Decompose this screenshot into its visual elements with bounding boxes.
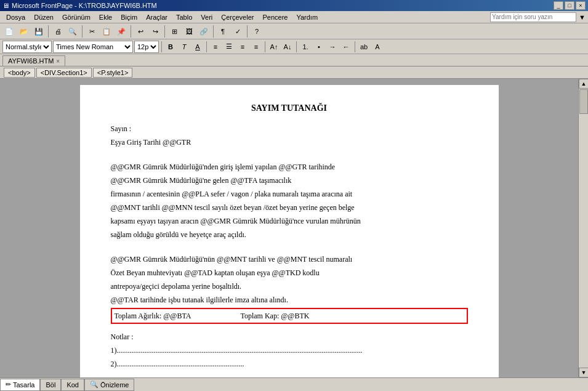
close-button[interactable]: × [576,1,586,10]
line-gmr10: @@TAR tarihinde işbu tutanak ilgililerle… [111,294,468,305]
doc-tab-close-button[interactable]: × [56,58,60,65]
outdent-button[interactable]: ← [340,41,352,53]
align-left-button[interactable]: ≡ [209,41,222,53]
line-gmr7: @@GMR Gümrük Müdürlüğü'nün @@MNT tarihli… [111,254,468,265]
menu-cerceveler[interactable]: Çerçeveler [217,12,257,22]
toolbar-sep-3 [131,25,131,38]
menu-araclar[interactable]: Araçlar [142,12,171,22]
format-bar: Normal.style Times New Roman 12pt B T A … [0,39,588,54]
font-size-up-button[interactable]: A↑ [268,41,280,53]
scroll-down-button[interactable]: ▼ [579,368,588,377]
format-sep-4 [296,41,297,52]
maximize-button[interactable]: □ [565,1,574,10]
table-button[interactable]: ⊞ [167,25,181,38]
align-right-button[interactable]: ≡ [236,41,249,53]
scroll-track [579,89,588,368]
breadcrumb-p[interactable]: <P.style1> [93,68,133,78]
page-body: Sayın : Eşya Giriş Tarihi @@GTR @@GMR Gü… [111,123,468,369]
tab-onizleme[interactable]: 🔍 Önizleme [84,379,134,391]
bold-button[interactable]: B [164,41,177,53]
scroll-up-button[interactable]: ▲ [579,79,588,89]
new-button[interactable]: 📄 [2,25,16,38]
doc-tab-area: AYFWI6B.HTM × [0,54,588,67]
copy-button[interactable]: 📋 [100,25,113,38]
font-size-down-button[interactable]: A↓ [281,41,294,53]
tab-bol[interactable]: Böl [40,379,61,391]
notes-label: Notlar : [111,331,468,342]
toolbar-sep-4 [164,25,165,38]
print-button[interactable]: 🖨 [51,25,65,38]
align-justify-button[interactable]: ≡ [250,41,262,53]
document-title: SAYIM TUTANAĞI [111,103,468,113]
cut-button[interactable]: ✂ [85,25,99,38]
line-gmr4: @@MNT tarihli @@MNN tescil sayılı özet b… [111,202,468,213]
tab-kod[interactable]: Kod [61,379,84,391]
format-sep-1 [161,41,162,52]
help-input[interactable] [490,12,576,22]
line-gmr6: sağlam olduğu görüldü ve heyetçe araç aç… [111,229,468,240]
main-area: SAYIM TUTANAĞI Sayın : Eşya Giriş Tarihi… [0,79,588,377]
font-select[interactable]: Times New Roman [53,41,133,53]
menu-yardim[interactable]: Yardım [292,12,321,22]
italic-button[interactable]: T [178,41,190,53]
menu-gorunum[interactable]: Görünüm [58,12,94,22]
bottom-tabs: ✏ Tasarla Böl Kod 🔍 Önizleme [0,377,588,391]
align-center-button[interactable]: ☰ [223,41,235,53]
preview-button[interactable]: 🔍 [66,25,79,38]
app-icon: 🖥 [2,2,9,9]
menu-ekle[interactable]: Ekle [95,12,116,22]
undo-button[interactable]: ↩ [134,25,147,38]
notes-section: Notlar : 1).............................… [111,331,468,369]
help-button[interactable]: ? [250,25,264,38]
minimize-button[interactable]: _ [554,1,563,10]
link-button[interactable]: 🔗 [197,25,211,38]
title-bar-title: 🖥 Microsoft FrontPage - K:\TROBJ\AYFWI6B… [2,2,157,9]
tab-tasarla-label: Tasarla [13,381,34,389]
line-sayin: Sayın : [111,123,468,134]
line-gmr5: kapsamı eşyayı taşıyan aracın @@GMR Gümr… [111,216,468,227]
menu-pencere[interactable]: Pencere [259,12,291,22]
highlight-button[interactable]: ab [358,41,370,53]
spell-button[interactable]: ✓ [231,25,244,38]
line-gmr1: @@GMR Gümrük Müdürlüğü'nden giriş işlemi… [111,161,468,172]
line-gmr8: Özet Beyan muhteviyatı @@TAD kaptan oluş… [111,267,468,278]
toolbar-sep-1 [48,25,49,38]
help-area: ▼ [490,12,586,22]
tab-onizleme-icon: 🔍 [90,381,99,389]
doc-tab-title: AYFWI6B.HTM [8,57,54,65]
tab-tasarla-icon: ✏ [6,381,11,389]
document-tab[interactable]: AYFWI6B.HTM × [2,55,65,66]
format-sep-5 [355,41,355,52]
line-gmr9: antrepoya/geçici depolama yerine boşaltı… [111,281,468,292]
breadcrumb-body[interactable]: <body> [4,68,35,78]
list-ordered-button[interactable]: 1. [299,41,312,53]
image-button[interactable]: 🖼 [182,25,196,38]
open-button[interactable]: 📂 [17,25,31,38]
menu-tablo[interactable]: Tablo [172,12,196,22]
redo-button[interactable]: ↪ [148,25,162,38]
save-button[interactable]: 💾 [32,25,46,38]
tab-tasarla[interactable]: ✏ Tasarla [0,379,40,391]
paste-button[interactable]: 📌 [115,25,128,38]
font-color-button[interactable]: A [371,41,384,53]
underline-button[interactable]: A [191,41,204,53]
indent-button[interactable]: → [326,41,339,53]
scrollbar-right[interactable]: ▲ ▼ [578,79,588,377]
toplam-kap: Toplam Kap: @@BTK [240,310,309,321]
menu-duzen[interactable]: Düzen [30,12,57,22]
list-unordered-button[interactable]: • [313,41,325,53]
menu-veri[interactable]: Veri [197,12,216,22]
style-select[interactable]: Normal.style [2,41,52,53]
editor-area[interactable]: SAYIM TUTANAĞI Sayın : Eşya Giriş Tarihi… [0,79,578,377]
toolbar-sep-2 [82,25,83,38]
scroll-thumb[interactable] [579,89,588,114]
menu-bicim[interactable]: Biçim [117,12,141,22]
menu-dosya[interactable]: Dosya [2,12,29,22]
help-arrow-icon: ▼ [579,14,586,21]
paragraph-button[interactable]: ¶ [216,25,230,38]
note-2: 2)......................................… [111,358,468,369]
title-bar: 🖥 Microsoft FrontPage - K:\TROBJ\AYFWI6B… [0,0,588,11]
breadcrumb-div[interactable]: <DIV.Section1> [36,68,92,78]
size-select[interactable]: 12pt [134,41,159,53]
format-sep-2 [206,41,207,52]
